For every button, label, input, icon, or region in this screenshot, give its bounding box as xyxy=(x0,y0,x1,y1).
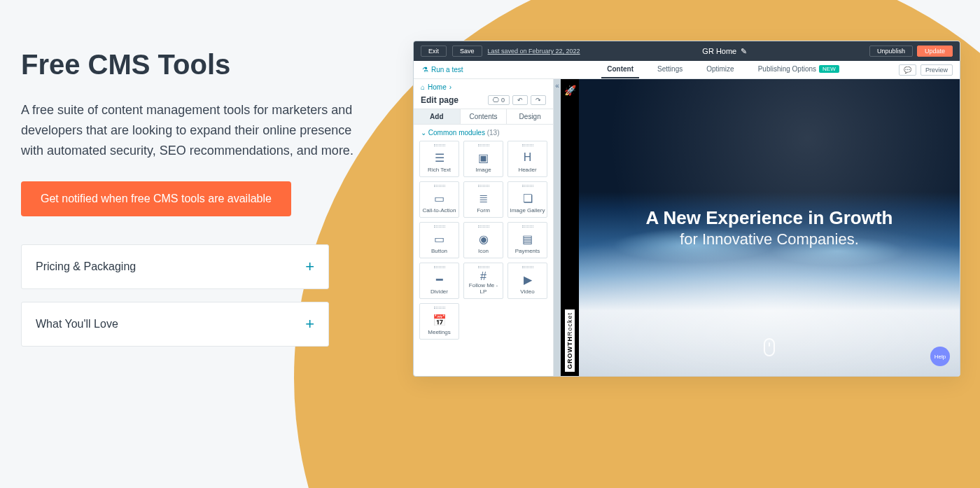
preview-button[interactable]: Preview xyxy=(920,64,953,76)
module-cta[interactable]: ▭Call-to-Action xyxy=(419,181,459,218)
accordion-item-title: What You'll Love xyxy=(36,318,118,330)
page-subheading: A free suite of content management tools… xyxy=(21,100,371,160)
drag-grip-icon xyxy=(478,185,489,187)
module-follow-me[interactable]: #Follow Me - LP xyxy=(463,263,503,299)
chevron-down-icon: ⌄ xyxy=(421,129,426,137)
exit-button[interactable]: Exit xyxy=(421,46,447,57)
module-icon: ▭ xyxy=(434,229,444,249)
drag-grip-icon xyxy=(478,144,489,146)
module-label: Follow Me - LP xyxy=(465,283,501,295)
module-icon: ≣ xyxy=(479,188,488,208)
side-tab-contents[interactable]: Contents xyxy=(461,109,507,124)
edit-page-title: Edit page xyxy=(421,95,458,105)
new-pill: NEW xyxy=(819,65,839,73)
rocket-icon[interactable]: 🚀 xyxy=(564,85,576,96)
module-icon: H xyxy=(524,148,532,167)
module-label: Image Gallery xyxy=(510,208,545,214)
desktop-icon: 🖵 xyxy=(493,97,499,104)
module-icon: ▤ xyxy=(522,229,533,249)
breadcrumb-label: Home xyxy=(428,83,447,91)
side-tab-add[interactable]: Add xyxy=(414,109,461,124)
drag-grip-icon xyxy=(434,225,445,228)
module-button[interactable]: ▭Button xyxy=(419,222,459,258)
run-test-link[interactable]: Run a test xyxy=(431,66,463,74)
module-grid: ☰Rich Text▣ImageHHeader▭Call-to-Action≣F… xyxy=(414,138,553,345)
module-label: Divider xyxy=(430,289,448,295)
drag-grip-icon xyxy=(434,307,445,309)
editor-canvas[interactable]: A New Experience in Growth for Innovativ… xyxy=(579,79,960,376)
undo-button[interactable]: ↶ xyxy=(512,95,528,105)
module-icon: ▭ xyxy=(434,188,444,208)
save-button[interactable]: Save xyxy=(452,46,482,57)
module-label: Rich Text xyxy=(428,167,451,174)
drag-grip-icon xyxy=(522,225,533,228)
module-label: Video xyxy=(520,289,534,295)
module-group-label: Common modules xyxy=(428,129,485,137)
drag-grip-icon xyxy=(434,266,445,268)
module-rich-text[interactable]: ☰Rich Text xyxy=(419,141,459,177)
module-meetings[interactable]: 📅Meetings xyxy=(419,303,459,340)
drag-grip-icon xyxy=(478,225,489,228)
redo-button[interactable]: ↷ xyxy=(531,95,546,105)
unpublish-button[interactable]: Unpublish xyxy=(869,46,913,57)
breadcrumb[interactable]: ⌂ Home › xyxy=(414,79,553,91)
canvas-heading-2: for Innovative Companies. xyxy=(680,230,859,249)
side-tab-design[interactable]: Design xyxy=(507,109,553,124)
module-icon: ▣ xyxy=(478,148,489,167)
module-payments[interactable]: ▤Payments xyxy=(507,222,547,258)
update-button[interactable]: Update xyxy=(917,46,953,57)
drag-grip-icon xyxy=(522,185,533,187)
module-label: Header xyxy=(518,167,536,174)
last-saved-link[interactable]: Last saved on February 22, 2022 xyxy=(488,48,580,55)
editor-topbar: Exit Save Last saved on February 22, 202… xyxy=(414,41,960,61)
plus-icon: + xyxy=(305,315,314,333)
device-select[interactable]: 🖵 0 xyxy=(488,95,510,105)
chat-icon[interactable]: 💬 xyxy=(899,64,916,76)
editor-body: ⌂ Home › Edit page 🖵 0 ↶ ↷ Add Contents xyxy=(414,79,960,376)
module-icon: ◉ xyxy=(479,229,489,249)
editor-window: Exit Save Last saved on February 22, 202… xyxy=(413,41,960,377)
page-name-center: GR Home ✎ xyxy=(586,47,864,56)
tab-optimize[interactable]: Optimize xyxy=(701,61,739,78)
plus-icon: + xyxy=(305,258,314,276)
drag-grip-icon xyxy=(522,266,533,268)
page-name: GR Home xyxy=(702,47,736,55)
drag-grip-icon xyxy=(478,266,489,268)
launcher-rail: 🚀 GROWTHRocket xyxy=(561,79,579,376)
editor-side-panel: ⌂ Home › Edit page 🖵 0 ↶ ↷ Add Contents xyxy=(414,79,554,376)
module-group-count: (13) xyxy=(487,129,500,137)
module-header[interactable]: HHeader xyxy=(507,141,547,177)
module-label: Form xyxy=(477,208,490,214)
module-label: Call-to-Action xyxy=(422,208,456,214)
accordion-item-pricing[interactable]: Pricing & Packaging + xyxy=(21,244,329,289)
cta-button[interactable]: Get notified when free CMS tools are ava… xyxy=(21,181,291,216)
tab-publishing[interactable]: Publishing Options NEW xyxy=(752,61,845,78)
module-image-gallery[interactable]: ❏Image Gallery xyxy=(507,181,547,218)
accordion-item-love[interactable]: What You'll Love + xyxy=(21,302,329,347)
module-form[interactable]: ≣Form xyxy=(463,181,503,218)
module-icon: 📅 xyxy=(433,310,447,330)
module-group-header[interactable]: ⌄ Common modules (13) xyxy=(414,125,553,138)
brand-bold: GROWTH xyxy=(566,336,573,369)
help-fab[interactable]: Help xyxy=(930,347,950,366)
brand-vertical: GROWTHRocket xyxy=(565,309,575,372)
tab-settings[interactable]: Settings xyxy=(652,61,688,78)
module-label: Payments xyxy=(515,249,540,255)
edit-name-icon[interactable]: ✎ xyxy=(741,47,747,56)
scroll-indicator-icon xyxy=(764,338,775,356)
collapse-panel-handle[interactable]: « xyxy=(554,79,561,376)
module-icon[interactable]: ◉Icon xyxy=(463,222,503,258)
canvas-heading-1: A New Experience in Growth xyxy=(645,207,892,229)
module-divider[interactable]: ━Divider xyxy=(419,263,459,299)
chevron-right-icon: › xyxy=(449,83,451,91)
module-label: Icon xyxy=(478,249,489,255)
module-image[interactable]: ▣Image xyxy=(463,141,503,177)
tab-publishing-label: Publishing Options xyxy=(758,65,816,73)
left-column: Free CMS Tools A free suite of content m… xyxy=(21,49,385,347)
module-icon: ☰ xyxy=(435,148,444,167)
editor-tabbar: ⚗ Run a test Content Settings Optimize P… xyxy=(414,61,960,79)
drag-grip-icon xyxy=(434,144,445,146)
module-video[interactable]: ▶Video xyxy=(507,263,547,299)
module-label: Image xyxy=(475,167,491,174)
tab-content[interactable]: Content xyxy=(601,61,639,78)
